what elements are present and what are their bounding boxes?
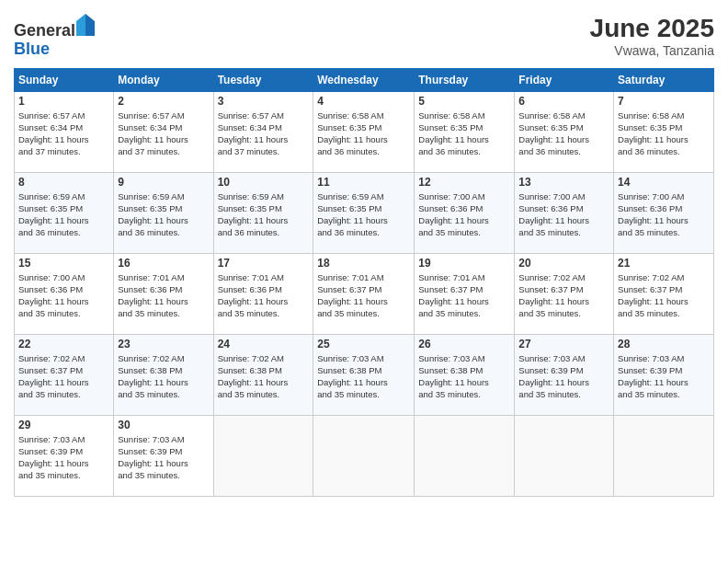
day-number: 18 [317,257,410,270]
day-number: 11 [317,176,410,189]
day-number: 12 [418,176,510,189]
day-info: Sunrise: 7:03 AM Sunset: 6:38 PM Dayligh… [317,352,410,401]
day-info: Sunrise: 6:58 AM Sunset: 6:35 PM Dayligh… [518,109,609,158]
day-info: Sunrise: 7:01 AM Sunset: 6:37 PM Dayligh… [418,271,510,320]
calendar-day-cell: 5Sunrise: 6:58 AM Sunset: 6:35 PM Daylig… [415,91,515,172]
day-number: 27 [518,338,609,350]
calendar-day-cell: 19Sunrise: 7:01 AM Sunset: 6:37 PM Dayli… [415,253,515,334]
svg-marker-1 [76,14,85,36]
calendar-table: SundayMondayTuesdayWednesdayThursdayFrid… [14,68,714,497]
day-number: 8 [18,176,109,189]
calendar-day-cell: 15Sunrise: 7:00 AM Sunset: 6:36 PM Dayli… [15,253,114,334]
calendar-day-cell: 10Sunrise: 6:59 AM Sunset: 6:35 PM Dayli… [213,172,313,253]
calendar-day-cell: 4Sunrise: 6:58 AM Sunset: 6:35 PM Daylig… [313,91,415,172]
calendar-day-cell: 21Sunrise: 7:02 AM Sunset: 6:37 PM Dayli… [614,253,714,334]
calendar-day-cell: 17Sunrise: 7:01 AM Sunset: 6:36 PM Dayli… [213,253,313,334]
calendar-day-cell: 24Sunrise: 7:02 AM Sunset: 6:38 PM Dayli… [213,334,313,415]
calendar-day-header: Tuesday [213,68,313,91]
logo-general: General [14,21,75,40]
day-number: 10 [218,176,310,189]
calendar-day-cell: 2Sunrise: 6:57 AM Sunset: 6:34 PM Daylig… [114,91,213,172]
logo-text: General [14,14,95,40]
calendar-day-cell: 9Sunrise: 6:59 AM Sunset: 6:35 PM Daylig… [114,172,213,253]
calendar-day-header: Thursday [415,68,515,91]
calendar-day-cell: 29Sunrise: 7:03 AM Sunset: 6:39 PM Dayli… [15,415,114,496]
day-number: 5 [418,95,510,108]
day-number: 22 [18,338,109,350]
day-number: 26 [418,338,510,350]
calendar-day-cell: 1Sunrise: 6:57 AM Sunset: 6:34 PM Daylig… [15,91,114,172]
day-info: Sunrise: 6:59 AM Sunset: 6:35 PM Dayligh… [118,190,209,239]
day-number: 25 [317,338,410,350]
calendar-day-cell: 8Sunrise: 6:59 AM Sunset: 6:35 PM Daylig… [15,172,114,253]
calendar-week-row: 29Sunrise: 7:03 AM Sunset: 6:39 PM Dayli… [15,415,714,496]
day-number: 3 [218,95,310,108]
calendar-day-header: Friday [515,68,614,91]
calendar-day-header: Monday [114,68,213,91]
day-info: Sunrise: 7:01 AM Sunset: 6:37 PM Dayligh… [317,271,410,320]
day-info: Sunrise: 7:03 AM Sunset: 6:38 PM Dayligh… [418,352,510,401]
calendar-day-cell: 20Sunrise: 7:02 AM Sunset: 6:37 PM Dayli… [515,253,614,334]
day-info: Sunrise: 7:01 AM Sunset: 6:36 PM Dayligh… [218,271,310,320]
page: General Blue June 2025 Vwawa, Tanzania S… [0,0,728,563]
day-number: 13 [518,176,609,189]
logo-blue: Blue [14,40,50,58]
day-info: Sunrise: 7:03 AM Sunset: 6:39 PM Dayligh… [618,352,710,401]
day-number: 24 [218,338,310,350]
day-info: Sunrise: 6:58 AM Sunset: 6:35 PM Dayligh… [317,109,410,158]
day-info: Sunrise: 7:03 AM Sunset: 6:39 PM Dayligh… [18,433,109,482]
calendar-day-cell: 28Sunrise: 7:03 AM Sunset: 6:39 PM Dayli… [614,334,714,415]
day-number: 4 [317,95,410,108]
calendar-day-cell: 13Sunrise: 7:00 AM Sunset: 6:36 PM Dayli… [515,172,614,253]
calendar-day-header: Sunday [15,68,114,91]
calendar-day-cell [213,415,313,496]
location: Vwawa, Tanzania [590,43,714,58]
day-info: Sunrise: 7:03 AM Sunset: 6:39 PM Dayligh… [118,433,209,482]
svg-marker-0 [85,14,95,36]
calendar-day-cell: 22Sunrise: 7:02 AM Sunset: 6:37 PM Dayli… [15,334,114,415]
day-number: 21 [618,257,710,270]
day-number: 23 [118,338,209,350]
header: General Blue June 2025 Vwawa, Tanzania [14,14,714,59]
calendar-week-row: 1Sunrise: 6:57 AM Sunset: 6:34 PM Daylig… [15,91,714,172]
day-number: 19 [418,257,510,270]
day-number: 28 [618,338,710,350]
day-info: Sunrise: 7:00 AM Sunset: 6:36 PM Dayligh… [618,190,710,239]
month-title: June 2025 [590,14,714,43]
day-info: Sunrise: 7:02 AM Sunset: 6:37 PM Dayligh… [518,271,609,320]
calendar-day-cell [614,415,714,496]
day-number: 17 [218,257,310,270]
day-info: Sunrise: 7:00 AM Sunset: 6:36 PM Dayligh… [18,271,109,320]
day-info: Sunrise: 6:58 AM Sunset: 6:35 PM Dayligh… [418,109,510,158]
calendar-week-row: 15Sunrise: 7:00 AM Sunset: 6:36 PM Dayli… [15,253,714,334]
day-info: Sunrise: 6:57 AM Sunset: 6:34 PM Dayligh… [218,109,310,158]
calendar-day-cell: 26Sunrise: 7:03 AM Sunset: 6:38 PM Dayli… [415,334,515,415]
calendar-day-cell: 11Sunrise: 6:59 AM Sunset: 6:35 PM Dayli… [313,172,415,253]
day-info: Sunrise: 7:02 AM Sunset: 6:37 PM Dayligh… [618,271,710,320]
calendar-day-cell: 25Sunrise: 7:03 AM Sunset: 6:38 PM Dayli… [313,334,415,415]
calendar-day-cell: 3Sunrise: 6:57 AM Sunset: 6:34 PM Daylig… [213,91,313,172]
calendar-week-row: 8Sunrise: 6:59 AM Sunset: 6:35 PM Daylig… [15,172,714,253]
calendar-day-cell: 6Sunrise: 6:58 AM Sunset: 6:35 PM Daylig… [515,91,614,172]
day-info: Sunrise: 6:57 AM Sunset: 6:34 PM Dayligh… [18,109,109,158]
day-info: Sunrise: 7:02 AM Sunset: 6:37 PM Dayligh… [18,352,109,401]
calendar-day-cell [515,415,614,496]
day-info: Sunrise: 7:02 AM Sunset: 6:38 PM Dayligh… [218,352,310,401]
day-info: Sunrise: 7:00 AM Sunset: 6:36 PM Dayligh… [418,190,510,239]
day-number: 30 [118,419,209,431]
day-info: Sunrise: 7:03 AM Sunset: 6:39 PM Dayligh… [518,352,609,401]
calendar-day-header: Saturday [614,68,714,91]
calendar-day-cell [313,415,415,496]
logo-icon [76,14,95,36]
logo: General Blue [14,14,95,59]
day-number: 16 [118,257,209,270]
calendar-day-header: Wednesday [313,68,415,91]
calendar-day-cell: 30Sunrise: 7:03 AM Sunset: 6:39 PM Dayli… [114,415,213,496]
calendar-day-cell [415,415,515,496]
calendar-day-cell: 23Sunrise: 7:02 AM Sunset: 6:38 PM Dayli… [114,334,213,415]
calendar-week-row: 22Sunrise: 7:02 AM Sunset: 6:37 PM Dayli… [15,334,714,415]
calendar-header-row: SundayMondayTuesdayWednesdayThursdayFrid… [15,68,714,91]
day-info: Sunrise: 7:01 AM Sunset: 6:36 PM Dayligh… [118,271,209,320]
day-info: Sunrise: 6:59 AM Sunset: 6:35 PM Dayligh… [317,190,410,239]
day-number: 2 [118,95,209,108]
